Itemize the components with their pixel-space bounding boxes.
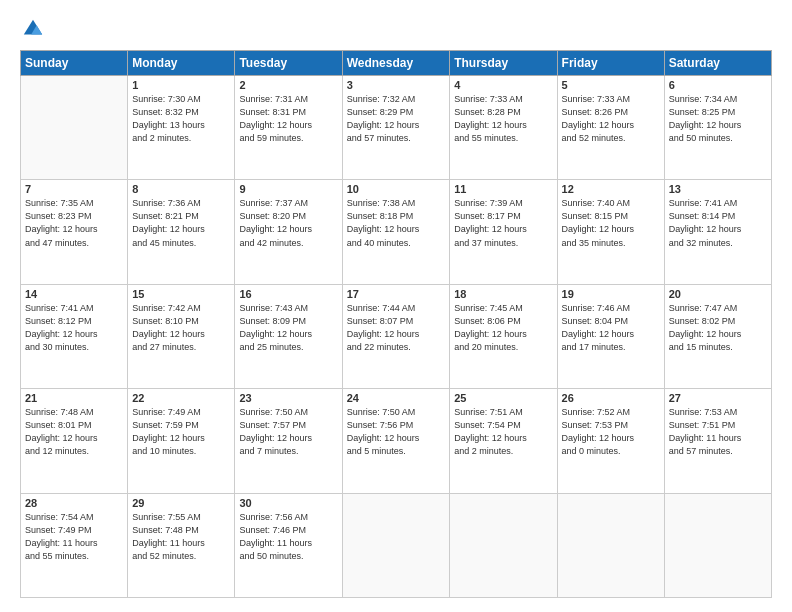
calendar-cell: 20Sunrise: 7:47 AM Sunset: 8:02 PM Dayli… — [664, 284, 771, 388]
weekday-header: Wednesday — [342, 51, 450, 76]
calendar-cell: 19Sunrise: 7:46 AM Sunset: 8:04 PM Dayli… — [557, 284, 664, 388]
day-number: 1 — [132, 79, 230, 91]
day-number: 10 — [347, 183, 446, 195]
calendar-cell: 29Sunrise: 7:55 AM Sunset: 7:48 PM Dayli… — [128, 493, 235, 597]
calendar-cell — [557, 493, 664, 597]
day-info: Sunrise: 7:41 AM Sunset: 8:12 PM Dayligh… — [25, 302, 123, 354]
day-info: Sunrise: 7:30 AM Sunset: 8:32 PM Dayligh… — [132, 93, 230, 145]
day-info: Sunrise: 7:42 AM Sunset: 8:10 PM Dayligh… — [132, 302, 230, 354]
day-number: 28 — [25, 497, 123, 509]
calendar-cell: 11Sunrise: 7:39 AM Sunset: 8:17 PM Dayli… — [450, 180, 557, 284]
header — [20, 18, 772, 40]
calendar-cell: 3Sunrise: 7:32 AM Sunset: 8:29 PM Daylig… — [342, 76, 450, 180]
day-number: 14 — [25, 288, 123, 300]
day-info: Sunrise: 7:49 AM Sunset: 7:59 PM Dayligh… — [132, 406, 230, 458]
page: SundayMondayTuesdayWednesdayThursdayFrid… — [0, 0, 792, 612]
day-number: 18 — [454, 288, 552, 300]
calendar-cell: 1Sunrise: 7:30 AM Sunset: 8:32 PM Daylig… — [128, 76, 235, 180]
day-info: Sunrise: 7:56 AM Sunset: 7:46 PM Dayligh… — [239, 511, 337, 563]
calendar-cell: 6Sunrise: 7:34 AM Sunset: 8:25 PM Daylig… — [664, 76, 771, 180]
day-number: 20 — [669, 288, 767, 300]
day-number: 27 — [669, 392, 767, 404]
day-number: 11 — [454, 183, 552, 195]
day-number: 15 — [132, 288, 230, 300]
day-info: Sunrise: 7:47 AM Sunset: 8:02 PM Dayligh… — [669, 302, 767, 354]
calendar-cell: 23Sunrise: 7:50 AM Sunset: 7:57 PM Dayli… — [235, 389, 342, 493]
calendar-cell: 26Sunrise: 7:52 AM Sunset: 7:53 PM Dayli… — [557, 389, 664, 493]
day-info: Sunrise: 7:39 AM Sunset: 8:17 PM Dayligh… — [454, 197, 552, 249]
calendar-cell: 12Sunrise: 7:40 AM Sunset: 8:15 PM Dayli… — [557, 180, 664, 284]
weekday-header: Friday — [557, 51, 664, 76]
day-number: 3 — [347, 79, 446, 91]
day-info: Sunrise: 7:54 AM Sunset: 7:49 PM Dayligh… — [25, 511, 123, 563]
calendar-cell: 21Sunrise: 7:48 AM Sunset: 8:01 PM Dayli… — [21, 389, 128, 493]
calendar-week-row: 7Sunrise: 7:35 AM Sunset: 8:23 PM Daylig… — [21, 180, 772, 284]
day-info: Sunrise: 7:43 AM Sunset: 8:09 PM Dayligh… — [239, 302, 337, 354]
day-info: Sunrise: 7:50 AM Sunset: 7:57 PM Dayligh… — [239, 406, 337, 458]
day-info: Sunrise: 7:32 AM Sunset: 8:29 PM Dayligh… — [347, 93, 446, 145]
day-number: 7 — [25, 183, 123, 195]
day-info: Sunrise: 7:38 AM Sunset: 8:18 PM Dayligh… — [347, 197, 446, 249]
weekday-header-row: SundayMondayTuesdayWednesdayThursdayFrid… — [21, 51, 772, 76]
calendar-cell: 5Sunrise: 7:33 AM Sunset: 8:26 PM Daylig… — [557, 76, 664, 180]
day-number: 16 — [239, 288, 337, 300]
day-info: Sunrise: 7:52 AM Sunset: 7:53 PM Dayligh… — [562, 406, 660, 458]
calendar-cell: 28Sunrise: 7:54 AM Sunset: 7:49 PM Dayli… — [21, 493, 128, 597]
calendar-table: SundayMondayTuesdayWednesdayThursdayFrid… — [20, 50, 772, 598]
day-info: Sunrise: 7:48 AM Sunset: 8:01 PM Dayligh… — [25, 406, 123, 458]
day-info: Sunrise: 7:50 AM Sunset: 7:56 PM Dayligh… — [347, 406, 446, 458]
calendar-cell: 8Sunrise: 7:36 AM Sunset: 8:21 PM Daylig… — [128, 180, 235, 284]
logo — [20, 18, 44, 40]
day-info: Sunrise: 7:34 AM Sunset: 8:25 PM Dayligh… — [669, 93, 767, 145]
day-info: Sunrise: 7:33 AM Sunset: 8:28 PM Dayligh… — [454, 93, 552, 145]
day-info: Sunrise: 7:45 AM Sunset: 8:06 PM Dayligh… — [454, 302, 552, 354]
day-number: 12 — [562, 183, 660, 195]
calendar-week-row: 14Sunrise: 7:41 AM Sunset: 8:12 PM Dayli… — [21, 284, 772, 388]
day-number: 5 — [562, 79, 660, 91]
weekday-header: Monday — [128, 51, 235, 76]
day-info: Sunrise: 7:35 AM Sunset: 8:23 PM Dayligh… — [25, 197, 123, 249]
day-number: 23 — [239, 392, 337, 404]
day-info: Sunrise: 7:46 AM Sunset: 8:04 PM Dayligh… — [562, 302, 660, 354]
calendar-cell: 24Sunrise: 7:50 AM Sunset: 7:56 PM Dayli… — [342, 389, 450, 493]
day-number: 21 — [25, 392, 123, 404]
day-number: 4 — [454, 79, 552, 91]
calendar-cell: 13Sunrise: 7:41 AM Sunset: 8:14 PM Dayli… — [664, 180, 771, 284]
calendar-cell: 16Sunrise: 7:43 AM Sunset: 8:09 PM Dayli… — [235, 284, 342, 388]
calendar-cell: 10Sunrise: 7:38 AM Sunset: 8:18 PM Dayli… — [342, 180, 450, 284]
calendar-cell: 18Sunrise: 7:45 AM Sunset: 8:06 PM Dayli… — [450, 284, 557, 388]
calendar-week-row: 21Sunrise: 7:48 AM Sunset: 8:01 PM Dayli… — [21, 389, 772, 493]
day-number: 2 — [239, 79, 337, 91]
calendar-cell: 30Sunrise: 7:56 AM Sunset: 7:46 PM Dayli… — [235, 493, 342, 597]
calendar-week-row: 28Sunrise: 7:54 AM Sunset: 7:49 PM Dayli… — [21, 493, 772, 597]
day-number: 22 — [132, 392, 230, 404]
calendar-cell: 25Sunrise: 7:51 AM Sunset: 7:54 PM Dayli… — [450, 389, 557, 493]
logo-icon — [22, 18, 44, 40]
day-number: 26 — [562, 392, 660, 404]
day-info: Sunrise: 7:44 AM Sunset: 8:07 PM Dayligh… — [347, 302, 446, 354]
day-number: 25 — [454, 392, 552, 404]
day-info: Sunrise: 7:55 AM Sunset: 7:48 PM Dayligh… — [132, 511, 230, 563]
weekday-header: Saturday — [664, 51, 771, 76]
day-info: Sunrise: 7:37 AM Sunset: 8:20 PM Dayligh… — [239, 197, 337, 249]
calendar-week-row: 1Sunrise: 7:30 AM Sunset: 8:32 PM Daylig… — [21, 76, 772, 180]
day-number: 6 — [669, 79, 767, 91]
calendar-cell: 4Sunrise: 7:33 AM Sunset: 8:28 PM Daylig… — [450, 76, 557, 180]
calendar-cell: 2Sunrise: 7:31 AM Sunset: 8:31 PM Daylig… — [235, 76, 342, 180]
day-number: 9 — [239, 183, 337, 195]
calendar-cell — [664, 493, 771, 597]
calendar-cell: 9Sunrise: 7:37 AM Sunset: 8:20 PM Daylig… — [235, 180, 342, 284]
day-info: Sunrise: 7:36 AM Sunset: 8:21 PM Dayligh… — [132, 197, 230, 249]
calendar-cell: 14Sunrise: 7:41 AM Sunset: 8:12 PM Dayli… — [21, 284, 128, 388]
weekday-header: Thursday — [450, 51, 557, 76]
calendar-cell — [342, 493, 450, 597]
weekday-header: Tuesday — [235, 51, 342, 76]
calendar-cell: 27Sunrise: 7:53 AM Sunset: 7:51 PM Dayli… — [664, 389, 771, 493]
day-number: 19 — [562, 288, 660, 300]
day-number: 30 — [239, 497, 337, 509]
day-info: Sunrise: 7:33 AM Sunset: 8:26 PM Dayligh… — [562, 93, 660, 145]
day-info: Sunrise: 7:31 AM Sunset: 8:31 PM Dayligh… — [239, 93, 337, 145]
day-number: 29 — [132, 497, 230, 509]
day-number: 13 — [669, 183, 767, 195]
day-number: 24 — [347, 392, 446, 404]
